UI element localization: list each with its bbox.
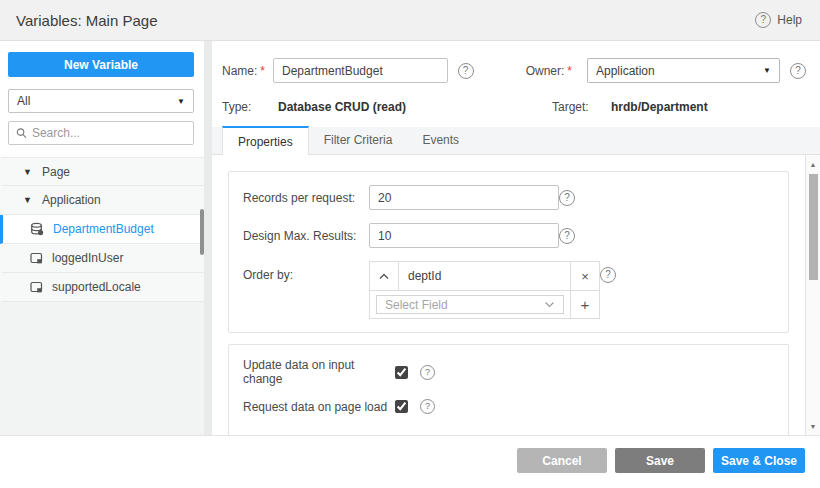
request-on-load-label: Request data on page load <box>243 400 395 414</box>
tree-item-label: Application <box>42 193 101 207</box>
target-value: hrdb/Department <box>611 100 708 114</box>
name-label: Name:* <box>222 64 273 78</box>
variable-filter-select[interactable]: All ▼ <box>8 89 194 113</box>
required-asterisk: * <box>260 64 265 78</box>
target-label: Target: <box>552 100 611 114</box>
chevron-down-icon <box>544 301 555 308</box>
add-icon: + <box>581 296 590 313</box>
save-and-close-button[interactable]: Save & Close <box>713 448 805 473</box>
update-on-input-checkbox[interactable] <box>395 366 408 379</box>
cancel-button[interactable]: Cancel <box>517 448 607 473</box>
owner-label: Owner:* <box>526 64 572 78</box>
request-on-load-help-icon[interactable]: ? <box>420 399 435 414</box>
help-label: Help <box>777 13 802 27</box>
owner-help-icon[interactable]: ? <box>790 63 806 79</box>
scroll-down-icon[interactable]: ▼ <box>806 419 820 433</box>
collapse-arrow-icon[interactable]: ▼ <box>23 195 33 205</box>
database-variable-icon <box>30 222 44 236</box>
order-by-field-value: deptId <box>398 262 571 290</box>
sidebar-divider <box>204 41 212 435</box>
tree-item-departmentbudget[interactable]: DepartmentBudget <box>0 215 204 244</box>
page-title: Variables: Main Page <box>16 12 157 29</box>
design-max-help-icon[interactable]: ? <box>559 228 575 244</box>
tab-filter-criteria[interactable]: Filter Criteria <box>309 126 408 154</box>
request-on-load-checkbox[interactable] <box>395 400 408 413</box>
update-on-input-help-icon[interactable]: ? <box>420 365 435 380</box>
order-by-label: Order by: <box>243 268 369 282</box>
scrollbar-thumb[interactable] <box>809 174 818 280</box>
tree-item-supportedlocale[interactable]: supportedLocale <box>0 273 204 302</box>
name-help-icon[interactable]: ? <box>458 63 474 79</box>
order-by-control: deptId × Select Field <box>369 261 600 319</box>
owner-select[interactable]: Application ▼ <box>587 58 780 83</box>
remove-icon: × <box>581 269 589 284</box>
select-field-dropdown[interactable]: Select Field <box>376 295 564 314</box>
select-field-placeholder: Select Field <box>385 298 448 312</box>
update-on-input-label: Update data on input change <box>243 358 395 386</box>
owner-value: Application <box>596 64 655 78</box>
help-icon: ? <box>755 12 771 28</box>
tree-item-page[interactable]: ▼ Page <box>0 157 204 186</box>
caret-down-icon: ▼ <box>763 66 771 75</box>
content-scrollbar[interactable]: ▲ ▼ <box>805 155 820 435</box>
variable-icon <box>30 281 43 294</box>
tree-item-loggedinuser[interactable]: loggedInUser <box>0 244 204 273</box>
records-per-request-row: Records per request: ? <box>243 185 774 210</box>
order-direction-button[interactable] <box>370 262 398 290</box>
name-owner-row: Name:* ? Owner:* Application ▼ ? <box>222 58 806 83</box>
select-field-cell: Select Field <box>370 291 571 318</box>
dialog-footer: Cancel Save Save & Close <box>0 436 820 488</box>
caret-down-icon: ▼ <box>177 97 185 106</box>
search-input[interactable] <box>32 126 186 140</box>
variables-tree: ▼ Page ▼ Application DepartmentBudget <box>0 157 204 302</box>
order-by-row: Order by: deptId <box>243 261 774 319</box>
chevron-up-icon <box>379 273 389 280</box>
remove-field-button[interactable]: × <box>571 262 599 290</box>
tree-item-label: supportedLocale <box>52 280 141 294</box>
scroll-up-icon[interactable]: ▲ <box>806 157 820 171</box>
tree-item-label: loggedInUser <box>52 251 123 265</box>
design-max-results-label: Design Max. Results: <box>243 229 369 243</box>
search-box[interactable] <box>8 121 194 145</box>
help-button[interactable]: ? Help <box>755 12 802 28</box>
tree-item-application[interactable]: ▼ Application <box>0 186 204 215</box>
records-per-request-input[interactable] <box>369 185 559 210</box>
update-on-input-row: Update data on input change ? <box>243 358 774 386</box>
variable-icon <box>30 252 43 265</box>
collapse-arrow-icon[interactable]: ▼ <box>23 167 33 177</box>
records-per-request-label: Records per request: <box>243 191 369 205</box>
type-target-row: Type: Database CRUD (read) Target: hrdb/… <box>222 100 806 114</box>
sidebar-filler <box>0 302 204 435</box>
save-button[interactable]: Save <box>615 448 705 473</box>
add-field-button[interactable]: + <box>571 291 599 318</box>
design-max-results-row: Design Max. Results: ? <box>243 223 774 248</box>
search-icon <box>16 127 27 139</box>
records-help-icon[interactable]: ? <box>559 190 575 206</box>
tree-item-label: DepartmentBudget <box>53 222 154 236</box>
type-label: Type: <box>222 100 278 114</box>
variable-filter-value: All <box>17 94 30 108</box>
tab-properties[interactable]: Properties <box>222 126 309 155</box>
tab-bar: Properties Filter Criteria Events <box>212 127 820 155</box>
variables-dialog: Variables: Main Page ? Help New Variable… <box>0 0 820 488</box>
type-value: Database CRUD (read) <box>278 100 476 114</box>
behavior-panel: Update data on input change ? Request da… <box>228 344 789 435</box>
variables-sidebar: New Variable All ▼ ▼ Page <box>0 41 204 435</box>
variable-detail-panel: Name:* ? Owner:* Application ▼ ? Type: <box>212 41 820 435</box>
required-asterisk: * <box>567 64 572 78</box>
tab-events[interactable]: Events <box>407 126 474 154</box>
name-input[interactable] <box>273 58 448 83</box>
design-max-results-input[interactable] <box>369 223 559 248</box>
order-by-help-icon[interactable]: ? <box>600 267 616 283</box>
data-settings-panel: Records per request: ? Design Max. Resul… <box>228 171 789 333</box>
properties-tab-content: Records per request: ? Design Max. Resul… <box>212 155 805 435</box>
sidebar-scrollbar-thumb[interactable] <box>200 209 204 255</box>
tree-item-label: Page <box>42 165 70 179</box>
dialog-header: Variables: Main Page ? Help <box>0 0 820 41</box>
new-variable-button[interactable]: New Variable <box>8 52 194 77</box>
request-on-load-row: Request data on page load ? <box>243 399 774 414</box>
